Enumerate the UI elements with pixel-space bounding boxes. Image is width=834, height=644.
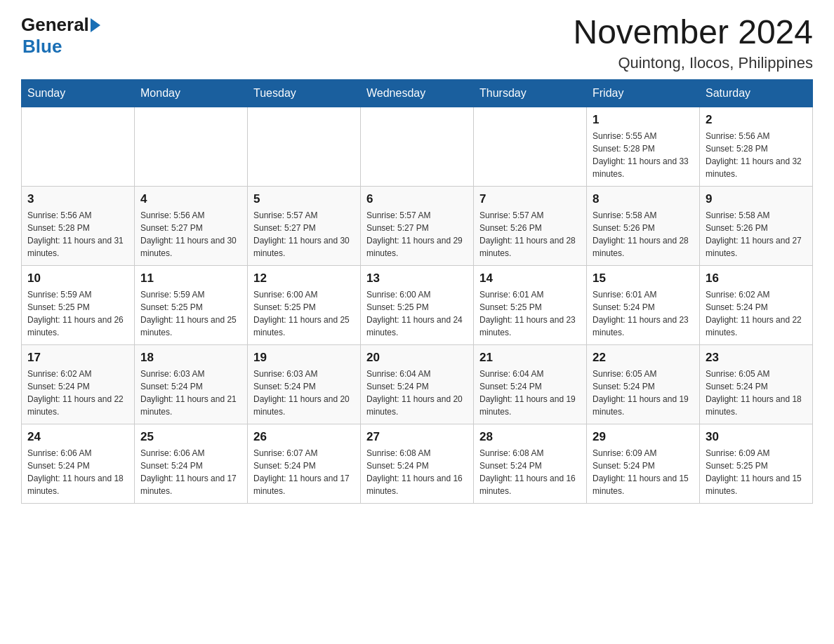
table-row: 2Sunrise: 5:56 AMSunset: 5:28 PMDaylight… [700,107,813,186]
day-number: 11 [140,271,241,286]
table-row [22,107,135,186]
weekday-sunday: Sunday [22,79,135,107]
table-row: 27Sunrise: 6:08 AMSunset: 5:24 PMDayligh… [361,424,474,503]
table-row: 23Sunrise: 6:05 AMSunset: 5:24 PMDayligh… [700,344,813,424]
table-row [135,107,248,186]
day-number: 29 [593,430,694,444]
day-info: Sunrise: 5:56 AMSunset: 5:28 PMDaylight:… [27,209,128,260]
table-row: 7Sunrise: 5:57 AMSunset: 5:26 PMDaylight… [474,186,587,265]
table-row: 14Sunrise: 6:01 AMSunset: 5:25 PMDayligh… [474,265,587,344]
page-title: November 2024 [573,14,813,51]
day-number: 16 [706,271,807,286]
day-number: 19 [253,351,355,365]
table-row: 15Sunrise: 6:01 AMSunset: 5:24 PMDayligh… [587,265,700,344]
table-row [474,107,587,186]
table-row: 1Sunrise: 5:55 AMSunset: 5:28 PMDaylight… [587,107,700,186]
day-number: 1 [593,113,694,127]
day-number: 24 [27,430,128,444]
day-number: 18 [140,351,241,365]
calendar-week-row: 24Sunrise: 6:06 AMSunset: 5:24 PMDayligh… [22,424,813,503]
day-number: 26 [253,430,355,444]
table-row: 21Sunrise: 6:04 AMSunset: 5:24 PMDayligh… [474,344,587,424]
calendar-table: Sunday Monday Tuesday Wednesday Thursday… [21,79,813,504]
day-number: 7 [479,192,581,206]
day-number: 22 [593,351,694,365]
weekday-monday: Monday [135,79,248,107]
day-number: 17 [27,351,128,365]
day-number: 21 [479,351,581,365]
table-row: 11Sunrise: 5:59 AMSunset: 5:25 PMDayligh… [135,265,248,344]
table-row: 16Sunrise: 6:02 AMSunset: 5:24 PMDayligh… [700,265,813,344]
day-info: Sunrise: 6:08 AMSunset: 5:24 PMDaylight:… [479,447,581,497]
logo-blue-text: Blue [21,36,100,58]
day-number: 12 [253,271,355,286]
table-row [248,107,361,186]
table-row: 13Sunrise: 6:00 AMSunset: 5:25 PMDayligh… [361,265,474,344]
logo-arrow-icon [91,18,100,32]
table-row: 8Sunrise: 5:58 AMSunset: 5:26 PMDaylight… [587,186,700,265]
day-info: Sunrise: 5:59 AMSunset: 5:25 PMDaylight:… [27,288,128,339]
day-info: Sunrise: 6:03 AMSunset: 5:24 PMDaylight:… [253,368,355,418]
day-number: 4 [140,192,241,206]
table-row: 12Sunrise: 6:00 AMSunset: 5:25 PMDayligh… [248,265,361,344]
day-info: Sunrise: 5:55 AMSunset: 5:28 PMDaylight:… [593,130,694,180]
logo: General Blue [21,14,100,58]
calendar-week-row: 10Sunrise: 5:59 AMSunset: 5:25 PMDayligh… [22,265,813,344]
table-row: 26Sunrise: 6:07 AMSunset: 5:24 PMDayligh… [248,424,361,503]
weekday-wednesday: Wednesday [361,79,474,107]
table-row: 17Sunrise: 6:02 AMSunset: 5:24 PMDayligh… [22,344,135,424]
weekday-header-row: Sunday Monday Tuesday Wednesday Thursday… [22,79,813,107]
table-row: 5Sunrise: 5:57 AMSunset: 5:27 PMDaylight… [248,186,361,265]
weekday-tuesday: Tuesday [248,79,361,107]
title-block: November 2024 Quintong, Ilocos, Philippi… [573,14,813,72]
day-number: 13 [366,271,468,286]
day-info: Sunrise: 6:06 AMSunset: 5:24 PMDaylight:… [140,447,241,497]
table-row: 22Sunrise: 6:05 AMSunset: 5:24 PMDayligh… [587,344,700,424]
table-row: 25Sunrise: 6:06 AMSunset: 5:24 PMDayligh… [135,424,248,503]
table-row: 30Sunrise: 6:09 AMSunset: 5:25 PMDayligh… [700,424,813,503]
day-info: Sunrise: 5:56 AMSunset: 5:27 PMDaylight:… [140,209,241,260]
day-info: Sunrise: 6:00 AMSunset: 5:25 PMDaylight:… [253,288,355,339]
table-row: 24Sunrise: 6:06 AMSunset: 5:24 PMDayligh… [22,424,135,503]
day-info: Sunrise: 6:01 AMSunset: 5:25 PMDaylight:… [479,288,581,339]
day-number: 6 [366,192,468,206]
calendar-body: 1Sunrise: 5:55 AMSunset: 5:28 PMDaylight… [22,107,813,503]
table-row: 28Sunrise: 6:08 AMSunset: 5:24 PMDayligh… [474,424,587,503]
day-info: Sunrise: 6:05 AMSunset: 5:24 PMDaylight:… [593,368,694,418]
day-number: 25 [140,430,241,444]
day-number: 15 [593,271,694,286]
table-row: 20Sunrise: 6:04 AMSunset: 5:24 PMDayligh… [361,344,474,424]
page-header: General Blue November 2024 Quintong, Ilo… [21,14,813,72]
day-number: 27 [366,430,468,444]
table-row: 4Sunrise: 5:56 AMSunset: 5:27 PMDaylight… [135,186,248,265]
day-info: Sunrise: 6:02 AMSunset: 5:24 PMDaylight:… [706,288,807,339]
day-info: Sunrise: 6:09 AMSunset: 5:24 PMDaylight:… [593,447,694,497]
logo-general-text: General [21,14,89,36]
table-row [361,107,474,186]
day-info: Sunrise: 5:57 AMSunset: 5:26 PMDaylight:… [479,209,581,260]
day-info: Sunrise: 5:57 AMSunset: 5:27 PMDaylight:… [366,209,468,260]
day-number: 5 [253,192,355,206]
day-info: Sunrise: 6:01 AMSunset: 5:24 PMDaylight:… [593,288,694,339]
day-info: Sunrise: 6:06 AMSunset: 5:24 PMDaylight:… [27,447,128,497]
table-row: 10Sunrise: 5:59 AMSunset: 5:25 PMDayligh… [22,265,135,344]
weekday-saturday: Saturday [700,79,813,107]
weekday-thursday: Thursday [474,79,587,107]
table-row: 29Sunrise: 6:09 AMSunset: 5:24 PMDayligh… [587,424,700,503]
calendar-week-row: 17Sunrise: 6:02 AMSunset: 5:24 PMDayligh… [22,344,813,424]
day-info: Sunrise: 6:03 AMSunset: 5:24 PMDaylight:… [140,368,241,418]
day-info: Sunrise: 6:08 AMSunset: 5:24 PMDaylight:… [366,447,468,497]
day-number: 8 [593,192,694,206]
day-number: 10 [27,271,128,286]
day-info: Sunrise: 6:04 AMSunset: 5:24 PMDaylight:… [366,368,468,418]
day-number: 3 [27,192,128,206]
day-number: 9 [706,192,807,206]
day-info: Sunrise: 5:59 AMSunset: 5:25 PMDaylight:… [140,288,241,339]
weekday-friday: Friday [587,79,700,107]
calendar-header: Sunday Monday Tuesday Wednesday Thursday… [22,79,813,107]
page-subtitle: Quintong, Ilocos, Philippines [573,54,813,72]
day-number: 20 [366,351,468,365]
day-number: 28 [479,430,581,444]
table-row: 18Sunrise: 6:03 AMSunset: 5:24 PMDayligh… [135,344,248,424]
day-info: Sunrise: 6:07 AMSunset: 5:24 PMDaylight:… [253,447,355,497]
